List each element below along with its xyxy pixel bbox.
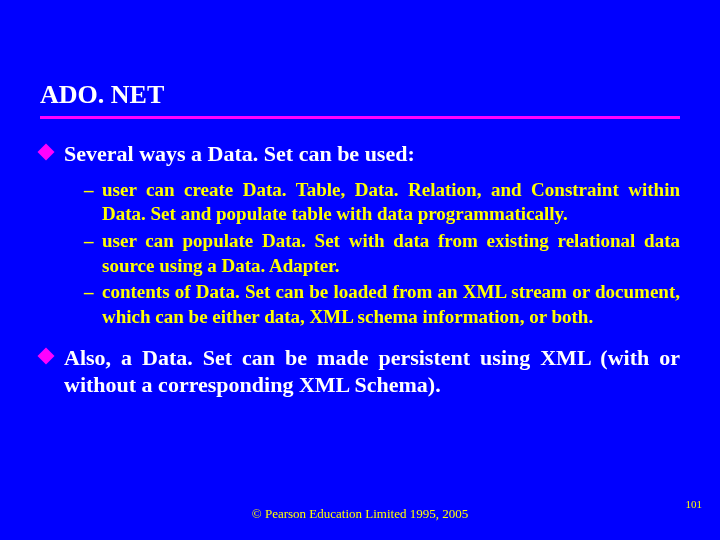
bullet-2: Also, a Data. Set can be made persistent…	[40, 344, 680, 399]
bullet-1: Several ways a Data. Set can be used:	[40, 140, 680, 168]
sub-bullet-3: – contents of Data. Set can be loaded fr…	[84, 280, 680, 329]
bullet-1-text: Several ways a Data. Set can be used:	[64, 140, 680, 168]
sub-bullet-2-text: user can populate Data. Set with data fr…	[102, 229, 680, 278]
dash-icon: –	[84, 229, 102, 254]
diamond-icon	[38, 347, 55, 364]
diamond-icon	[38, 144, 55, 161]
footer-copyright: © Pearson Education Limited 1995, 2005	[0, 506, 720, 522]
dash-icon: –	[84, 280, 102, 305]
sub-bullet-2: – user can populate Data. Set with data …	[84, 229, 680, 278]
sub-bullet-1: – user can create Data. Table, Data. Rel…	[84, 178, 680, 227]
sub-bullet-list: – user can create Data. Table, Data. Rel…	[84, 178, 680, 330]
slide: ADO. NET Several ways a Data. Set can be…	[0, 0, 720, 540]
dash-icon: –	[84, 178, 102, 203]
bullet-2-text: Also, a Data. Set can be made persistent…	[64, 344, 680, 399]
page-number: 101	[686, 498, 703, 510]
sub-bullet-3-text: contents of Data. Set can be loaded from…	[102, 280, 680, 329]
slide-title: ADO. NET	[40, 80, 680, 119]
sub-bullet-1-text: user can create Data. Table, Data. Relat…	[102, 178, 680, 227]
slide-body: Several ways a Data. Set can be used: – …	[40, 140, 680, 409]
